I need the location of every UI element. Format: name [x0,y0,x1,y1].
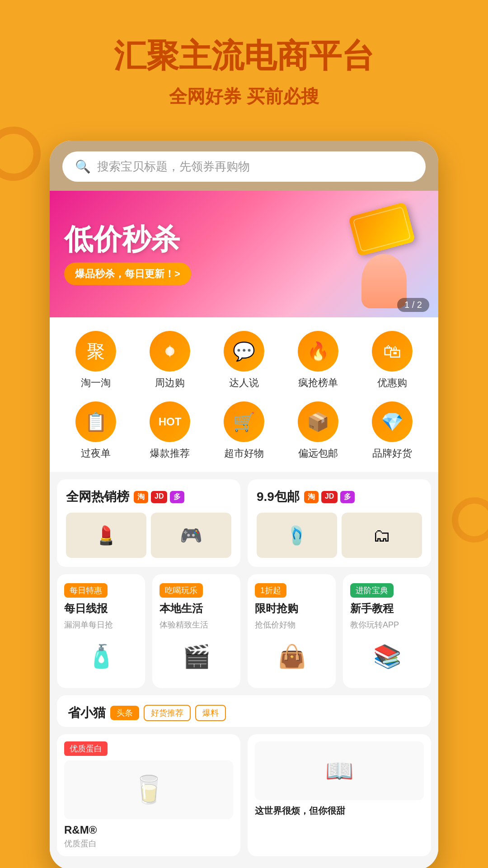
deals-label: 优惠购 [377,376,407,390]
banner[interactable]: 低价秒杀 爆品秒杀，每日更新！> 1 / 2 [50,191,438,317]
sub-title: 全网好券 买前必搜 [18,84,470,109]
supermarket-label: 超市好物 [224,447,264,460]
feature-tag-tutorial: 进阶宝典 [350,583,394,598]
icon-item-rush[interactable]: 🔥 疯抢榜单 [286,331,350,390]
hot-sales-title: 全网热销榜 [66,488,129,505]
ship-product-1[interactable]: 🩴 [257,513,337,558]
feature-sub-flash: 抢低价好物 [255,619,328,630]
shengxiao-section: 省小猫 头条 好货推荐 爆料 [50,695,438,734]
feature-sub-daily: 漏洞单每日抢 [64,619,138,630]
tab-explosive[interactable]: 爆料 [195,705,226,721]
feature-tutorial[interactable]: 进阶宝典 新手教程 教你玩转APP 📚 [343,574,431,688]
supermarket-icon: 🛒 [224,401,264,442]
hot-product-1[interactable]: 💄 [66,513,146,558]
feature-tag-flash: 1折起 [255,583,286,598]
search-placeholder: 搜索宝贝标题，先领券再购物 [97,159,250,175]
icon-grid: 聚 淘一淘 周边购 💬 达人说 🔥 疯抢榜单 [50,317,438,472]
icon-row-2: 📋 过夜单 HOT 爆款推荐 🛒 超市好物 📦 偏远包邮 💎 品牌好 [50,397,438,467]
tab-recommend[interactable]: 好货推荐 [144,705,191,721]
tab-headline[interactable]: 头条 [110,706,139,720]
bottom-products: 优质蛋白 🥛 R&M® 优质蛋白 📖 这世界很烦，但你很甜 [50,734,438,868]
freeship-title: 9.9包邮 [257,488,300,505]
banner-tag-text: 爆品秒杀，每日更新！> [75,267,180,281]
icon-item-hot[interactable]: HOT 爆款推荐 [138,401,202,460]
section-grid: 全网热销榜 淘 JD 多 💄 🎮 [50,472,438,574]
shengxiao-name: 省小猫 [68,704,106,722]
search-icon: 🔍 [75,159,91,174]
bp-img-book: 📖 [255,741,424,800]
bp-img-rm: 🥛 [64,760,233,819]
hot-sales-header: 全网热销榜 淘 JD 多 [66,488,231,505]
deals-icon: 🛍 [372,331,413,372]
rush-label: 疯抢榜单 [298,376,338,390]
rush-icon: 🔥 [298,331,338,372]
main-title: 汇聚主流电商平台 [18,36,470,75]
hot-sales-card[interactable]: 全网热销榜 淘 JD 多 💄 🎮 [57,479,240,567]
platform-badges-hot: 淘 JD 多 [134,491,184,503]
phone-frame: 🔍 搜索宝贝标题，先领券再购物 低价秒杀 爆品秒杀，每日更新！> 1 / 2 [50,141,438,868]
freeship-header: 9.9包邮 淘 JD 多 [257,488,422,505]
overnight-icon: 📋 [75,401,116,442]
banner-title: 低价秒杀 [64,223,191,255]
bp-brand-rm: R&M® [64,824,233,836]
feature-sub-tutorial: 教你玩转APP [350,619,424,630]
banner-tag[interactable]: 爆品秒杀，每日更新！> [64,263,191,285]
bottom-product-rm[interactable]: 优质蛋白 🥛 R&M® 优质蛋白 [57,734,240,856]
feature-sub-local: 体验精致生活 [160,619,233,630]
bottom-product-book[interactable]: 📖 这世界很烦，但你很甜 [248,734,431,856]
feature-title-flash: 限时抢购 [255,601,328,615]
feature-title-daily: 每日线报 [64,601,138,615]
nearby-label: 周边购 [155,376,185,390]
icon-item-deals[interactable]: 🛍 优惠购 [361,331,424,390]
overnight-label: 过夜单 [81,447,111,460]
bp-desc-rm: 优质蛋白 [64,838,233,849]
icon-item-remote[interactable]: 📦 偏远包邮 [286,401,350,460]
feature-img-local: 🎬 [160,634,233,679]
bp-tag-protein: 优质蛋白 [64,741,108,756]
taobao-badge: 淘 [134,491,148,503]
tao-icon: 聚 [75,331,116,372]
hot-icon: HOT [150,401,190,442]
feature-tag-daily: 每日特惠 [64,583,108,598]
ship-product-2[interactable]: 🗂 [342,513,422,558]
banner-left: 低价秒杀 爆品秒杀，每日更新！> [64,223,191,285]
icon-item-expert[interactable]: 💬 达人说 [212,331,276,390]
banner-indicator: 1 / 2 [397,298,429,312]
feature-daily[interactable]: 每日特惠 每日线报 漏洞单每日抢 🧴 [57,574,145,688]
feature-title-local: 本地生活 [160,601,233,615]
search-bar[interactable]: 🔍 搜索宝贝标题，先领券再购物 [62,151,426,182]
feature-flash[interactable]: 1折起 限时抢购 抢低价好物 👜 [248,574,336,688]
cosmetics-img: 💄 [66,513,146,558]
taobao-badge-2: 淘 [304,491,319,503]
icon-item-overnight[interactable]: 📋 过夜单 [64,401,127,460]
expert-icon: 💬 [224,331,264,372]
brand-icon: 💎 [372,401,413,442]
jd-badge: JD [151,491,167,503]
jd-badge-2: JD [321,491,338,503]
feature-tag-local: 吃喝玩乐 [160,583,203,598]
storage-img: 🗂 [342,513,422,558]
icon-item-supermarket[interactable]: 🛒 超市好物 [212,401,276,460]
icon-item-nearby[interactable]: 周边购 [138,331,202,390]
brand-label: 品牌好货 [372,447,412,460]
feature-title-tutorial: 新手教程 [350,601,424,615]
hot-product-2[interactable]: 🎮 [151,513,231,558]
feature-img-daily: 🧴 [64,634,138,679]
feature-img-tutorial: 📚 [350,634,424,679]
icon-item-brand[interactable]: 💎 品牌好货 [361,401,424,460]
hot-products-row: 💄 🎮 [66,513,231,558]
icon-row-1: 聚 淘一淘 周边购 💬 达人说 🔥 疯抢榜单 [50,326,438,397]
search-area: 🔍 搜索宝贝标题，先领券再购物 [50,141,438,191]
feature-grid: 每日特惠 每日线报 漏洞单每日抢 🧴 吃喝玩乐 本地生活 体验精致生活 🎬 1折… [50,574,438,695]
gaming-img: 🎮 [151,513,231,558]
ship-products-row: 🩴 🗂 [257,513,422,558]
feature-img-flash: 👜 [255,634,328,679]
tao-label: 淘一淘 [81,376,111,390]
remote-label: 偏远包邮 [298,447,338,460]
freeship-card[interactable]: 9.9包邮 淘 JD 多 🩴 🗂 [248,479,431,567]
remote-icon: 📦 [298,401,338,442]
platform-badges-ship: 淘 JD 多 [304,491,355,503]
icon-item-tao[interactable]: 聚 淘一淘 [64,331,127,390]
feature-local[interactable]: 吃喝玩乐 本地生活 体验精致生活 🎬 [152,574,240,688]
bp-brand-book: 这世界很烦，但你很甜 [255,805,424,817]
